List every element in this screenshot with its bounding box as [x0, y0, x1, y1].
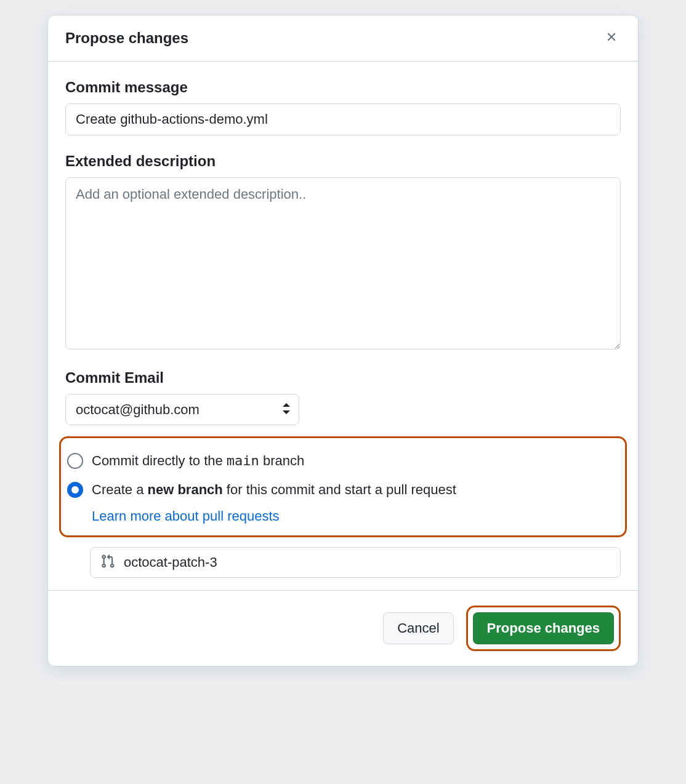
close-button[interactable]	[602, 28, 621, 49]
learn-more-link[interactable]: Learn more about pull requests	[92, 508, 280, 524]
commit-email-select-wrap: octocat@github.com	[65, 394, 299, 425]
branch-name-input-wrap	[90, 547, 621, 578]
extended-description-label: Extended description	[65, 153, 621, 170]
extended-description-group: Extended description	[65, 153, 621, 352]
cancel-button[interactable]: Cancel	[383, 612, 453, 644]
branch-choice-highlight: Commit directly to the main branch Creat…	[59, 436, 627, 537]
extended-description-textarea[interactable]	[65, 177, 621, 350]
close-icon	[605, 30, 618, 44]
commit-email-select[interactable]: octocat@github.com	[65, 394, 299, 425]
commit-direct-label: Commit directly to the main branch	[92, 452, 304, 471]
branch-name-input[interactable]	[123, 554, 610, 571]
git-pull-request-icon	[100, 554, 115, 571]
create-branch-label: Create a new branch for this commit and …	[92, 481, 456, 500]
create-prefix-text: Create a	[92, 482, 148, 497]
dialog-body: Commit message Extended description Comm…	[48, 62, 638, 590]
create-suffix-text: for this commit and start a pull request	[223, 482, 456, 497]
dialog-header: Propose changes	[48, 15, 638, 62]
dialog-title: Propose changes	[65, 30, 188, 47]
submit-button-highlight: Propose changes	[466, 606, 621, 651]
commit-email-label: Commit Email	[65, 369, 621, 386]
radio-checked-icon[interactable]	[67, 482, 83, 498]
create-bold-text: new branch	[148, 482, 223, 497]
commit-direct-option[interactable]: Commit directly to the main branch	[67, 447, 619, 476]
commit-message-group: Commit message	[65, 79, 621, 135]
propose-changes-button[interactable]: Propose changes	[473, 612, 614, 644]
direct-prefix-text: Commit directly to the	[92, 453, 227, 468]
propose-changes-dialog: Propose changes Commit message Extended …	[47, 15, 639, 666]
commit-message-input[interactable]	[65, 103, 621, 135]
dialog-footer: Cancel Propose changes	[48, 590, 638, 666]
direct-suffix-text: branch	[259, 453, 304, 468]
direct-branch-name: main	[227, 453, 259, 468]
radio-unchecked-icon[interactable]	[67, 453, 83, 469]
create-branch-option[interactable]: Create a new branch for this commit and …	[67, 476, 619, 505]
commit-email-group: Commit Email octocat@github.com	[65, 369, 621, 425]
commit-message-label: Commit message	[65, 79, 621, 96]
